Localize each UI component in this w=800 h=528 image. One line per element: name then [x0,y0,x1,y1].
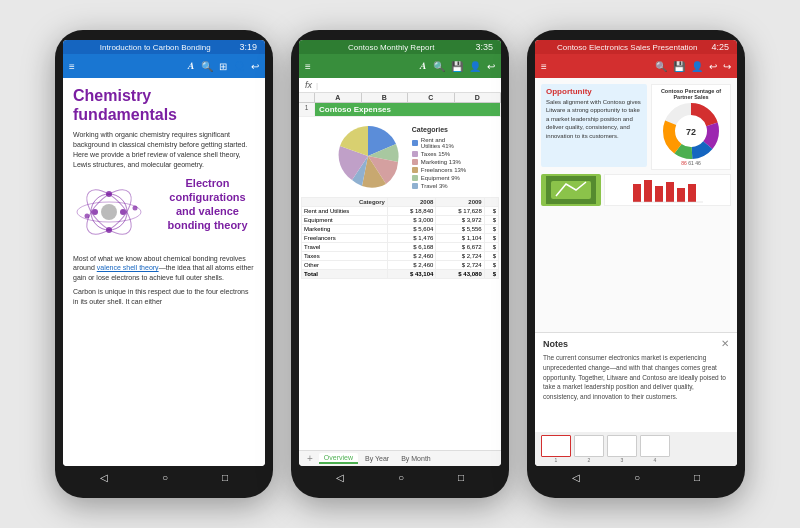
excel-share-icon[interactable]: 👤 [469,61,481,72]
row-num-1: 1 [299,103,315,116]
svg-rect-23 [666,182,674,202]
excel-search-icon[interactable]: 🔍 [433,61,445,72]
table-row-total: Total$ 43,104$ 43,080$ [302,270,499,279]
ppt-status-title: Contoso Electronics Sales Presentation [543,43,711,52]
svg-point-7 [92,209,98,215]
svg-point-0 [101,204,117,220]
col-header-c[interactable]: C [408,93,455,102]
excel-menu-icon[interactable]: ≡ [305,61,311,72]
slide-img-svg [546,176,596,204]
phone-word: Introduction to Carbon Bonding 3:19 ≡ 𝑨 … [55,30,273,498]
table-header-2009: 2009 [436,198,484,207]
nav-recent[interactable]: □ [694,472,700,483]
nav-home[interactable]: ○ [162,472,168,483]
ppt-share-icon[interactable]: 👤 [691,61,703,72]
word-layout-icon[interactable]: ⊞ [219,61,227,72]
cat-other: Other [302,261,388,270]
word-share-icon[interactable]: 👤 [233,61,245,72]
word-search-icon[interactable]: 🔍 [201,61,213,72]
val-travel-2008: $ 6,168 [387,243,435,252]
tab-overview[interactable]: Overview [319,453,358,464]
val-tax-x: $ [484,252,498,261]
excel-toolbar: ≡ 𝑨 🔍 💾 👤 ↩ [299,54,501,78]
ppt-undo-icon[interactable]: ↩ [709,61,717,72]
ppt-toolbar: ≡ 🔍 💾 👤 ↩ ↪ [535,54,737,78]
slide-main: Opportunity Sales alignment with Contoso… [535,78,737,332]
opportunity-text: Sales alignment with Contoso gives Litwa… [546,98,642,140]
legend-marketing-label: Marketing 13% [421,159,461,165]
val-travel-x: $ [484,243,498,252]
legend-travel: Travel 3% [412,183,466,189]
tab-add-icon[interactable]: + [303,453,317,464]
legend-taxes: Taxes 15% [412,151,466,157]
val-rent-x: $ [484,207,498,216]
col-header-b[interactable]: B [362,93,409,102]
table-row: Equipment$ 3,000$ 3,972$ [302,216,499,225]
word-undo-icon[interactable]: ↩ [251,61,259,72]
word-para2: Most of what we know about chemical bond… [73,254,255,283]
bar-chart-svg [628,176,708,204]
ppt-menu-icon[interactable]: ≡ [541,61,547,72]
word-screen: Introduction to Carbon Bonding 3:19 ≡ 𝑨 … [63,40,265,466]
excel-title-cell[interactable]: Contoso Expenses [315,103,501,116]
slide-thumb-3[interactable] [607,435,637,457]
col-header-a[interactable]: A [315,93,362,102]
table-row: Freelancers$ 1,476$ 1,104$ [302,234,499,243]
svg-text:72: 72 [686,127,696,137]
legend-marketing: Marketing 13% [412,159,466,165]
word-time: 3:19 [239,42,257,52]
nav-back[interactable]: ◁ [336,472,344,483]
legend-freelancers-label: Freelancers 13% [421,167,466,173]
val-total-x: $ [484,270,498,279]
nav-recent[interactable]: □ [222,472,228,483]
val-free-2008: $ 1,476 [387,234,435,243]
col-header-d[interactable]: D [455,93,502,102]
svg-rect-22 [655,186,663,202]
table-row: Travel$ 6,168$ 6,672$ [302,243,499,252]
ppt-save-icon[interactable]: 💾 [673,61,685,72]
slide-thumb-4[interactable] [640,435,670,457]
word-para3: Carbon is unique in this respect due to … [73,287,255,307]
pie-chart-svg [334,122,402,190]
word-para1: Working with organic chemistry requires … [73,130,255,169]
ppt-redo-icon[interactable]: ↪ [723,61,731,72]
svg-rect-24 [677,188,685,202]
notes-title: Notes [543,339,568,349]
val-other-x: $ [484,261,498,270]
slide-img-1 [541,174,601,206]
slide-thumbnails: 1 2 3 4 [535,432,737,466]
legend-taxes-label: Taxes 15% [421,151,450,157]
nav-home[interactable]: ○ [398,472,404,483]
table-header-category: Category [302,198,388,207]
notes-close-icon[interactable]: ✕ [721,338,729,349]
word-menu-icon[interactable]: ≡ [69,61,75,72]
chart-title: Categories [412,126,466,133]
excel-undo-icon[interactable]: ↩ [487,61,495,72]
slide-thumb-1[interactable] [541,435,571,457]
val-tax-2008: $ 2,460 [387,252,435,261]
val-rent-2009: $ 17,628 [436,207,484,216]
val-mktg-x: $ [484,225,498,234]
nav-recent[interactable]: □ [458,472,464,483]
nav-home[interactable]: ○ [634,472,640,483]
word-status-bar: Introduction to Carbon Bonding 3:19 [63,40,265,54]
excel-save-icon[interactable]: 💾 [451,61,463,72]
fx-label: fx [305,80,312,90]
ppt-time: 4:25 [711,42,729,52]
nav-back[interactable]: ◁ [100,472,108,483]
pie-chart [334,122,404,192]
word-valence-link[interactable]: valence shell theory [97,264,159,271]
word-format-icon[interactable]: 𝑨 [188,60,195,72]
slide-thumb-2[interactable] [574,435,604,457]
nav-back[interactable]: ◁ [572,472,580,483]
excel-format-icon[interactable]: 𝑨 [420,60,427,72]
scene: Introduction to Carbon Bonding 3:19 ≡ 𝑨 … [0,0,800,528]
word-toolbar: ≡ 𝑨 🔍 ⊞ 👤 ↩ [63,54,265,78]
tab-by-year[interactable]: By Year [360,454,394,463]
ppt-search-icon[interactable]: 🔍 [655,61,667,72]
thumb-wrapper-4: 4 [640,435,670,463]
excel-status-bar: Contoso Monthly Report 3:35 [299,40,501,54]
slide-chart-2 [604,174,731,206]
tab-by-month[interactable]: By Month [396,454,436,463]
phone-ppt: Contoso Electronics Sales Presentation 4… [527,30,745,498]
